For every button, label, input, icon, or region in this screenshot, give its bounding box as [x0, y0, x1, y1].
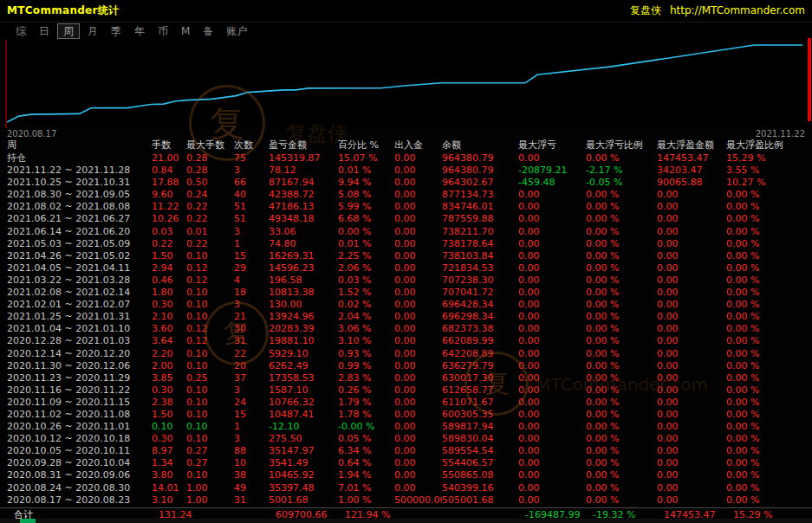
menu-item-9[interactable]: 备 [198, 24, 218, 38]
table-row[interactable]: 持仓21.000.2875145319.8715.07 %0.00964380.… [0, 152, 812, 165]
column-header[interactable]: 盈亏金额 [269, 139, 338, 152]
table-row[interactable]: 2021.08.30 ~ 2021.09.059.600.244042388.7… [0, 189, 812, 201]
table-row[interactable]: 2021.11.22 ~ 2021.11.280.840.28378.120.0… [0, 165, 812, 177]
menu-item-6[interactable]: 年 [129, 24, 150, 38]
column-header[interactable]: 次数 [234, 139, 269, 152]
table-row[interactable]: 2020.08.24 ~ 2020.08.3014.011.004935397.… [0, 482, 812, 494]
table-row[interactable]: 2021.06.21 ~ 2021.06.2710.260.225149348.… [0, 213, 812, 225]
table-row[interactable]: 2020.08.31 ~ 2020.09.063.800.103810465.9… [0, 469, 812, 481]
value-cell: 0.12 [186, 262, 234, 274]
table-row[interactable]: 2020.12.28 ~ 2021.01.033.640.123119881.1… [0, 335, 812, 347]
brand-name-link[interactable]: 复盘侠 [630, 4, 661, 16]
value-cell: 10813.38 [269, 287, 338, 299]
value-cell: 0.00 % [726, 372, 812, 384]
column-header[interactable]: 最大浮亏 [518, 139, 586, 152]
value-cell: 0.00 % [726, 482, 812, 494]
table-row[interactable]: 2020.11.16 ~ 2020.11.220.300.1031587.100… [0, 384, 812, 397]
table-row[interactable]: 2021.03.22 ~ 2021.03.280.460.124196.580.… [0, 274, 812, 287]
horizontal-scrollbar[interactable] [0, 519, 812, 523]
table-row[interactable]: 2021.01.04 ~ 2021.01.103.600.123020283.3… [0, 323, 812, 335]
value-cell: 0.00 % [726, 384, 812, 397]
table-row[interactable]: 2021.04.05 ~ 2021.04.112.940.122914596.2… [0, 262, 812, 274]
value-cell: -0.00 % [338, 421, 394, 433]
table-row[interactable]: 2021.05.03 ~ 2021.05.090.220.22174.800.0… [0, 238, 812, 250]
table-row[interactable]: 2020.09.28 ~ 2020.10.041.340.27103541.49… [0, 457, 812, 469]
table-row[interactable]: 2021.02.01 ~ 2021.02.070.300.103130.000.… [0, 299, 812, 311]
value-cell: 0.03 [152, 226, 186, 238]
column-header[interactable]: 出入金 [394, 139, 442, 152]
value-cell: 1.00 % [338, 494, 394, 507]
value-cell: 0.00 [394, 482, 442, 494]
brand-url-link[interactable]: http://MTCommander.com [670, 4, 805, 16]
value-cell: 505001.68 [442, 494, 518, 507]
value-cell: 0.00 [394, 165, 442, 177]
menu-item-8[interactable]: M [176, 24, 195, 38]
value-cell: 0.01 % [338, 165, 394, 177]
table-row[interactable]: 2020.11.30 ~ 2020.12.062.000.10206262.49… [0, 360, 812, 372]
period-cell: 2021.02.08 ~ 2021.02.14 [7, 287, 152, 299]
value-cell: 0.00 % [726, 397, 812, 409]
menu-item-2[interactable]: 日 [34, 24, 55, 38]
menu-item-3[interactable]: 周 [57, 23, 80, 39]
table-row[interactable]: 2020.10.26 ~ 2020.11.010.100.101-12.10-0… [0, 421, 812, 433]
column-header[interactable]: 最大浮盈金额 [657, 139, 726, 152]
table-row[interactable]: 2021.10.25 ~ 2021.10.3117.880.506687167.… [0, 177, 812, 189]
table-row[interactable]: 2021.08.02 ~ 2021.08.0811.220.225147186.… [0, 201, 812, 213]
value-cell: 11.22 [152, 201, 186, 213]
value-cell: 0.00 % [726, 360, 812, 372]
table-row[interactable]: 2021.01.25 ~ 2021.01.312.100.102113924.9… [0, 311, 812, 323]
value-cell: 20283.39 [269, 323, 338, 335]
vertical-scrollbar-thumb[interactable] [808, 38, 811, 121]
value-cell: 0.00 [394, 226, 442, 238]
table-row[interactable]: 2020.11.02 ~ 2020.11.081.500.101510487.4… [0, 409, 812, 421]
value-cell: 37 [234, 372, 269, 384]
value-cell: 15 [234, 250, 269, 262]
value-cell: 3.10 [152, 494, 186, 507]
period-cell: 2020.08.24 ~ 2020.08.30 [7, 482, 152, 494]
column-header[interactable]: 百分比 % [338, 139, 394, 152]
period-cell: 2021.06.14 ~ 2021.06.20 [7, 226, 152, 238]
value-cell: 2.10 [152, 311, 186, 323]
value-cell: 0.10 [186, 287, 234, 299]
value-cell: 3 [234, 433, 269, 445]
column-header[interactable]: 周 [7, 139, 152, 152]
horizontal-scrollbar-thumb[interactable] [20, 519, 36, 523]
column-header[interactable]: 最大浮盈比例 [726, 139, 812, 152]
value-cell: 0.00 [394, 177, 442, 189]
table-row[interactable]: 2021.04.26 ~ 2021.05.021.500.101516269.3… [0, 250, 812, 262]
value-cell: 21.00 [152, 152, 186, 165]
value-cell: 0.00 [518, 250, 586, 262]
value-cell: 1.52 % [338, 287, 394, 299]
value-cell: 0.00 [657, 482, 726, 494]
table-row[interactable]: 2020.11.23 ~ 2020.11.293.850.253717358.5… [0, 372, 812, 384]
table-row[interactable]: 2020.12.14 ~ 2020.12.202.200.10225929.10… [0, 348, 812, 360]
table-row[interactable]: 2020.11.09 ~ 2020.11.152.380.102410766.3… [0, 397, 812, 409]
table-row[interactable]: 2020.10.12 ~ 2020.10.180.300.103275.500.… [0, 433, 812, 445]
value-cell: 0.30 [152, 299, 186, 311]
value-cell: 0.93 % [338, 348, 394, 360]
value-cell: 0.00 [394, 335, 442, 347]
value-cell: 0.10 [186, 250, 234, 262]
column-header[interactable]: 最大手数 [186, 139, 234, 152]
value-cell: 49 [234, 482, 269, 494]
table-row[interactable]: 2021.06.14 ~ 2021.06.200.030.01333.060.0… [0, 226, 812, 238]
value-cell: 0.00 [518, 274, 586, 287]
value-cell: 5929.10 [269, 348, 338, 360]
menu-item-4[interactable]: 月 [82, 24, 103, 38]
period-cell: 2020.11.09 ~ 2020.11.15 [7, 397, 152, 409]
period-cell: 2021.10.25 ~ 2021.10.31 [7, 177, 152, 189]
menu-item-5[interactable]: 季 [106, 24, 127, 38]
menu-item-10[interactable]: 账户 [221, 24, 252, 38]
table-row[interactable]: 2021.02.08 ~ 2021.02.141.800.101810813.3… [0, 287, 812, 299]
column-header[interactable]: 手数 [152, 139, 186, 152]
table-row[interactable]: 2020.08.17 ~ 2020.08.233.101.00315001.68… [0, 494, 812, 507]
menu-item-1[interactable]: 综 [10, 24, 31, 38]
value-cell: 3.85 [152, 372, 186, 384]
column-header[interactable]: 最大浮亏比例 [586, 139, 657, 152]
period-cell: 2020.08.31 ~ 2020.09.06 [7, 469, 152, 481]
column-header[interactable]: 余额 [442, 139, 518, 152]
value-cell: 5.99 % [338, 201, 394, 213]
value-cell: 1587.10 [269, 384, 338, 397]
table-row[interactable]: 2020.10.05 ~ 2020.10.118.970.278835147.9… [0, 445, 812, 457]
menu-item-7[interactable]: 币 [153, 24, 173, 38]
